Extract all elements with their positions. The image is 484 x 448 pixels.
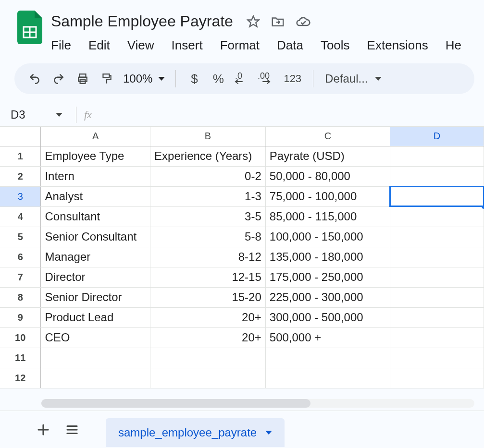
cell-D6[interactable] — [390, 247, 484, 267]
cell-A5[interactable]: Senior Consultant — [41, 227, 150, 247]
row-header-2[interactable]: 2 — [0, 166, 41, 186]
chevron-down-icon — [158, 77, 165, 81]
cell-A9[interactable]: Product Lead — [41, 307, 150, 327]
percent-button[interactable]: % — [208, 68, 229, 89]
star-icon[interactable] — [247, 15, 260, 28]
cell-A4[interactable]: Consultant — [41, 206, 150, 227]
menu-tools[interactable]: Tools — [312, 36, 359, 55]
fx-icon: fx — [84, 109, 92, 121]
font-dropdown[interactable]: Defaul... — [321, 72, 385, 85]
cell-C11[interactable] — [265, 348, 390, 368]
number-format-button[interactable]: 123 — [280, 68, 305, 89]
cell-A12[interactable] — [41, 368, 150, 388]
cell-C10[interactable]: 500,000 + — [265, 327, 390, 348]
cell-A7[interactable]: Director — [41, 267, 150, 287]
cell-C7[interactable]: 175,000 - 250,000 — [265, 267, 390, 287]
cell-B11[interactable] — [150, 348, 266, 368]
column-header-B[interactable]: B — [150, 127, 266, 146]
row-header-3[interactable]: 3 — [0, 186, 41, 206]
cell-A2[interactable]: Intern — [41, 166, 150, 186]
name-box[interactable]: D3 — [9, 108, 66, 121]
cell-C4[interactable]: 85,000 - 115,000 — [265, 206, 390, 227]
add-sheet-button[interactable] — [29, 415, 58, 444]
cell-B2[interactable]: 0-2 — [150, 166, 266, 186]
sheets-logo-icon[interactable] — [17, 11, 42, 44]
all-sheets-button[interactable] — [58, 415, 87, 444]
cell-D11[interactable] — [390, 348, 484, 368]
cell-C9[interactable]: 300,000 - 500,000 — [265, 307, 390, 327]
cell-D4[interactable] — [390, 206, 484, 227]
increase-decimal-icon[interactable]: .00 — [256, 68, 277, 89]
cell-D9[interactable] — [390, 307, 484, 327]
cell-C5[interactable]: 100,000 - 150,000 — [265, 227, 390, 247]
row-header-8[interactable]: 8 — [0, 287, 41, 307]
menu-view[interactable]: View — [119, 36, 163, 55]
menu-insert[interactable]: Insert — [163, 36, 211, 55]
cell-D12[interactable] — [390, 368, 484, 388]
decrease-decimal-icon[interactable]: .0 — [232, 68, 253, 89]
cell-B10[interactable]: 20+ — [150, 327, 266, 348]
menu-format[interactable]: Format — [211, 36, 268, 55]
cell-C2[interactable]: 50,000 - 80,000 — [265, 166, 390, 186]
cell-C3[interactable]: 75,000 - 100,000 — [265, 186, 390, 206]
menu-data[interactable]: Data — [268, 36, 312, 55]
cell-A3[interactable]: Analyst — [41, 186, 150, 206]
paint-format-icon[interactable] — [96, 68, 117, 89]
currency-button[interactable]: $ — [184, 68, 205, 89]
cell-D3[interactable] — [390, 186, 484, 206]
cell-B3[interactable]: 1-3 — [150, 186, 266, 206]
cell-D1[interactable] — [390, 146, 484, 166]
cell-C12[interactable] — [265, 368, 390, 388]
redo-icon[interactable] — [48, 68, 69, 89]
cell-B1[interactable]: Experience (Years) — [150, 146, 266, 166]
cell-C6[interactable]: 135,000 - 180,000 — [265, 247, 390, 267]
cell-C8[interactable]: 225,000 - 300,000 — [265, 287, 390, 307]
spreadsheet-grid[interactable]: ABCD1Employee TypeExperience (Years)Payr… — [0, 127, 484, 388]
cell-B7[interactable]: 12-15 — [150, 267, 266, 287]
cell-C1[interactable]: Payrate (USD) — [265, 146, 390, 166]
undo-icon[interactable] — [24, 68, 45, 89]
menu-file[interactable]: File — [48, 36, 80, 55]
print-icon[interactable] — [72, 68, 93, 89]
cell-A8[interactable]: Senior Director — [41, 287, 150, 307]
row-header-11[interactable]: 11 — [0, 348, 41, 368]
cell-D2[interactable] — [390, 166, 484, 186]
toolbar-divider — [313, 70, 313, 87]
cell-B5[interactable]: 5-8 — [150, 227, 266, 247]
row-header-6[interactable]: 6 — [0, 247, 41, 267]
cell-D7[interactable] — [390, 267, 484, 287]
row-header-7[interactable]: 7 — [0, 267, 41, 287]
cell-B6[interactable]: 8-12 — [150, 247, 266, 267]
row-header-1[interactable]: 1 — [0, 146, 41, 166]
cell-B12[interactable] — [150, 368, 266, 388]
row-header-4[interactable]: 4 — [0, 206, 41, 227]
row-header-10[interactable]: 10 — [0, 327, 41, 348]
menu-extensions[interactable]: Extensions — [359, 36, 437, 55]
cell-B4[interactable]: 3-5 — [150, 206, 266, 227]
cell-B9[interactable]: 20+ — [150, 307, 266, 327]
menu-edit[interactable]: Edit — [80, 36, 119, 55]
horizontal-scrollbar[interactable] — [41, 399, 474, 408]
cloud-status-icon[interactable] — [296, 14, 311, 29]
cell-D10[interactable] — [390, 327, 484, 348]
cell-A1[interactable]: Employee Type — [41, 146, 150, 166]
cell-B8[interactable]: 15-20 — [150, 287, 266, 307]
scrollbar-thumb[interactable] — [41, 399, 310, 408]
cell-D8[interactable] — [390, 287, 484, 307]
move-folder-icon[interactable] — [271, 14, 285, 29]
cell-A11[interactable] — [41, 348, 150, 368]
row-header-9[interactable]: 9 — [0, 307, 41, 327]
row-header-12[interactable]: 12 — [0, 368, 41, 388]
cell-D5[interactable] — [390, 227, 484, 247]
column-header-C[interactable]: C — [265, 127, 390, 146]
column-header-A[interactable]: A — [41, 127, 150, 146]
cell-A6[interactable]: Manager — [41, 247, 150, 267]
select-all-corner[interactable] — [0, 127, 41, 146]
cell-A10[interactable]: CEO — [41, 327, 150, 348]
menu-help[interactable]: He — [437, 36, 470, 55]
sheet-tab-active[interactable]: sample_employee_payrate — [106, 418, 285, 447]
document-title[interactable]: Sample Employee Payrate — [48, 12, 236, 30]
row-header-5[interactable]: 5 — [0, 227, 41, 247]
zoom-dropdown[interactable]: 100% — [120, 72, 168, 85]
column-header-D[interactable]: D — [390, 127, 484, 146]
